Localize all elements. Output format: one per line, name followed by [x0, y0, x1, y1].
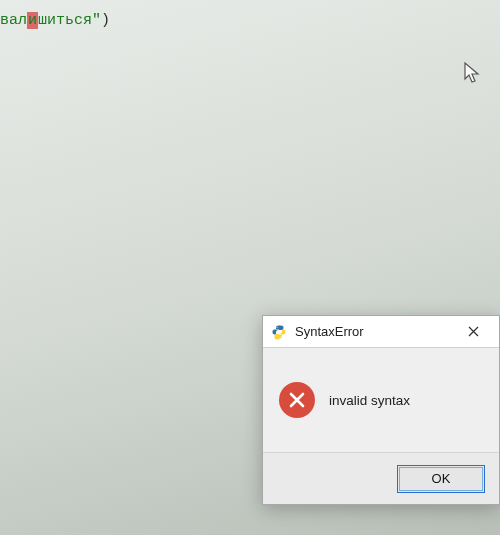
- dialog-body: invalid syntax: [263, 348, 499, 452]
- ok-button[interactable]: OK: [397, 465, 485, 493]
- cursor-arrow-icon: [464, 62, 482, 86]
- close-icon: [468, 326, 479, 337]
- close-button[interactable]: [453, 318, 493, 346]
- string-fragment-after: шиться": [38, 12, 101, 29]
- svg-point-1: [280, 336, 281, 337]
- python-icon: [271, 324, 287, 340]
- code-editor[interactable]: валишиться"): [0, 0, 500, 60]
- dialog-button-row: OK: [263, 452, 499, 504]
- dialog-title: SyntaxError: [295, 324, 453, 339]
- svg-point-0: [276, 326, 277, 327]
- error-cross-icon: [279, 382, 315, 418]
- error-dialog: SyntaxError invalid syntax OK: [262, 315, 500, 505]
- closing-paren: ): [101, 12, 110, 29]
- dialog-titlebar[interactable]: SyntaxError: [263, 316, 499, 348]
- caret-position: и: [27, 12, 38, 29]
- dialog-message: invalid syntax: [329, 393, 410, 408]
- string-fragment-before: вал: [0, 12, 27, 29]
